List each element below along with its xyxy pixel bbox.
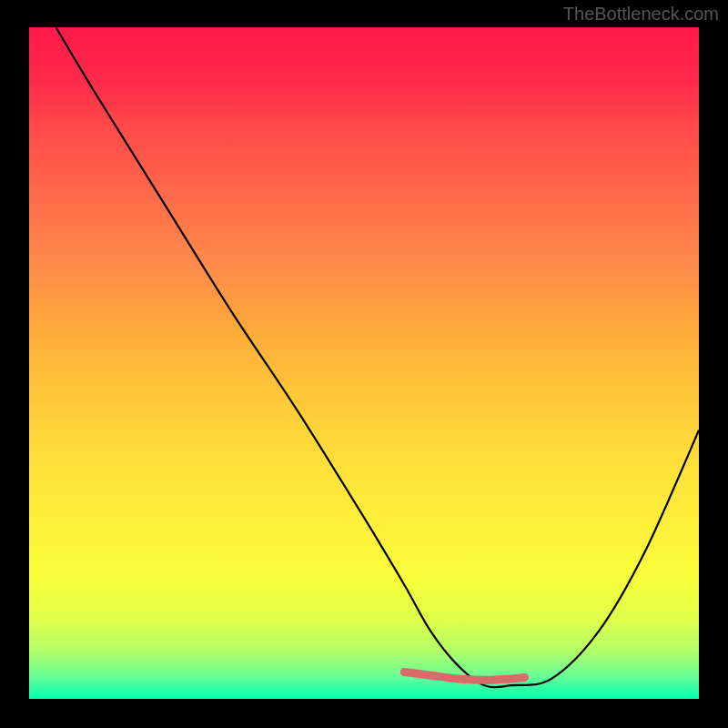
optimal-range-highlight bbox=[404, 672, 524, 681]
chart-svg bbox=[29, 27, 699, 699]
watermark-text: TheBottleneck.com bbox=[563, 4, 719, 25]
bottleneck-curve bbox=[56, 27, 699, 687]
chart-plot-area bbox=[29, 27, 699, 699]
